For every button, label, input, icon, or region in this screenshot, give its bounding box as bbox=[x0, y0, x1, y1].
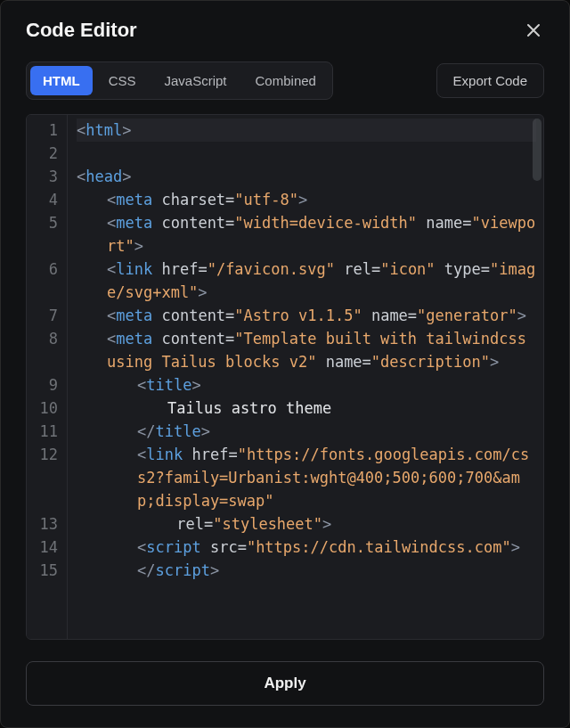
line-number: 9 bbox=[34, 373, 58, 397]
code-line: rel="stylesheet"> bbox=[77, 512, 536, 536]
code-line: <meta content="width=device-width" name=… bbox=[77, 211, 536, 258]
tab-html[interactable]: HTML bbox=[30, 66, 93, 95]
line-number bbox=[34, 350, 58, 373]
line-number: 11 bbox=[34, 420, 58, 443]
tab-combined[interactable]: Combined bbox=[243, 66, 329, 95]
line-number: 15 bbox=[34, 559, 58, 582]
code-line: <link href="https://fonts.googleapis.com… bbox=[77, 443, 536, 512]
code-editor-modal: Code Editor HTML CSS JavaScript Combined… bbox=[0, 0, 570, 728]
code-line: <meta content="Astro v1.1.5" name="gener… bbox=[77, 304, 536, 327]
tab-group: HTML CSS JavaScript Combined bbox=[26, 61, 333, 100]
code-line: <link href="/favicon.svg" rel="icon" typ… bbox=[77, 258, 536, 304]
tab-javascript[interactable]: JavaScript bbox=[152, 66, 240, 95]
code-content[interactable]: <html> <head><meta charset="utf-8"><meta… bbox=[68, 115, 543, 639]
code-line: <meta content="Template built with tailw… bbox=[77, 327, 536, 373]
code-line bbox=[77, 142, 536, 165]
line-number: 3 bbox=[34, 165, 58, 188]
code-line: <html> bbox=[77, 119, 536, 142]
code-line: <script src="https://cdn.tailwindcss.com… bbox=[77, 536, 536, 559]
line-number: 2 bbox=[34, 142, 58, 165]
line-number bbox=[34, 234, 58, 258]
code-line: </script> bbox=[77, 559, 536, 582]
line-number: 4 bbox=[34, 188, 58, 211]
line-number bbox=[34, 466, 58, 489]
line-number: 1 bbox=[34, 119, 58, 142]
modal-footer: Apply bbox=[1, 654, 569, 727]
line-number: 14 bbox=[34, 536, 58, 559]
line-number: 10 bbox=[34, 397, 58, 420]
code-line: Tailus astro theme bbox=[77, 397, 536, 420]
scrollbar-thumb[interactable] bbox=[533, 119, 542, 181]
export-code-button[interactable]: Export Code bbox=[436, 63, 544, 98]
line-number-gutter: 123456789101112131415 bbox=[27, 115, 68, 639]
tab-css[interactable]: CSS bbox=[96, 66, 149, 95]
apply-button[interactable]: Apply bbox=[26, 661, 544, 706]
line-number: 8 bbox=[34, 327, 58, 350]
code-line: <head> bbox=[77, 165, 536, 188]
code-line: <title> bbox=[77, 373, 536, 397]
code-line: <meta charset="utf-8"> bbox=[77, 188, 536, 211]
modal-header: Code Editor bbox=[1, 1, 569, 51]
close-icon bbox=[526, 23, 541, 37]
line-number bbox=[34, 489, 58, 512]
code-editor[interactable]: 123456789101112131415 <html> <head><meta… bbox=[26, 114, 544, 640]
code-line: </title> bbox=[77, 420, 536, 443]
line-number bbox=[34, 281, 58, 304]
line-number: 13 bbox=[34, 512, 58, 536]
toolbar: HTML CSS JavaScript Combined Export Code bbox=[1, 51, 569, 114]
modal-title: Code Editor bbox=[26, 19, 137, 42]
line-number: 7 bbox=[34, 304, 58, 327]
line-number: 5 bbox=[34, 211, 58, 234]
close-button[interactable] bbox=[523, 20, 544, 41]
line-number: 12 bbox=[34, 443, 58, 466]
line-number: 6 bbox=[34, 258, 58, 281]
